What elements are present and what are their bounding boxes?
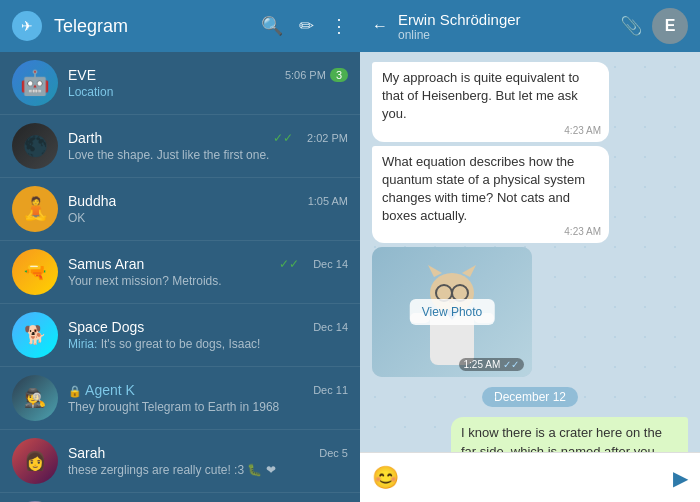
chat-time: Dec 5 [319, 447, 348, 459]
chat-name: Samus Aran [68, 256, 144, 272]
chat-time: 1:05 AM [308, 195, 348, 207]
chat-name: 🔒 Agent K [68, 382, 135, 398]
avatar: 🐕 [12, 312, 58, 358]
compose-icon[interactable]: ✏ [299, 15, 314, 37]
avatar: 🕵 [12, 375, 58, 421]
svg-marker-3 [462, 265, 476, 277]
chat-time: 2:02 PM [307, 132, 348, 144]
avatar: 🌑 [12, 123, 58, 169]
chat-item-spacedogs[interactable]: 🐕 Space Dogs Dec 14 Miria: It's so great… [0, 304, 360, 367]
input-area: 😊 ▶ [360, 452, 700, 502]
chat-preview: They brought Telegram to Earth in 1968 [68, 400, 348, 414]
left-panel: ✈ Telegram 🔍 ✏ ⋮ 🤖 EVE 5:06 PM 3 Locatio… [0, 0, 360, 502]
message-input[interactable] [409, 470, 663, 486]
message-text: What equation describes how the quantum … [382, 154, 585, 224]
back-button[interactable]: ← [372, 17, 388, 35]
avatar: 🤖 [12, 60, 58, 106]
message-bubble-m2: What equation describes how the quantum … [372, 146, 609, 244]
chat-name: Space Dogs [68, 319, 144, 335]
message-text: My approach is quite equivalent to that … [382, 70, 579, 121]
message-time: 4:23 AM [564, 124, 601, 138]
chat-time: 5:06 PM [285, 69, 326, 81]
avatar: 🧘 [12, 186, 58, 232]
chat-info: Space Dogs Dec 14 Miria: It's so great t… [68, 319, 348, 351]
chat-item-darth[interactable]: 🌑 Darth ✓✓ 2:02 PM Love the shape. Just … [0, 115, 360, 178]
chat-item-agentk[interactable]: 🕵 🔒 Agent K Dec 11 They brought Telegram… [0, 367, 360, 430]
app-title: Telegram [54, 16, 249, 37]
chat-item-phone[interactable]: 📞 22-271-6057 Oct 29 [0, 493, 360, 502]
chat-item-eve[interactable]: 🤖 EVE 5:06 PM 3 Location [0, 52, 360, 115]
photo-container: View Photo 1:25 AM ✓✓ [372, 247, 532, 377]
chat-preview: OK [68, 211, 348, 225]
chat-info: Samus Aran ✓✓ Dec 14 Your next mission? … [68, 256, 348, 288]
chat-time: Dec 14 [313, 321, 348, 333]
app-logo: ✈ [12, 11, 42, 41]
message-time: 4:23 AM [564, 225, 601, 239]
messages-area: My approach is quite equivalent to that … [360, 52, 700, 452]
avatar: 👩 [12, 438, 58, 484]
chat-list: 🤖 EVE 5:06 PM 3 Location 🌑 Darth ✓✓ 2:02… [0, 52, 360, 502]
chat-contact-status: online [398, 28, 610, 42]
chat-item-samus[interactable]: 🔫 Samus Aran ✓✓ Dec 14 Your next mission… [0, 241, 360, 304]
message-bubble-m4: I know there is a crater here on the far… [451, 417, 688, 452]
svg-marker-2 [428, 265, 442, 277]
chat-name: Sarah [68, 445, 105, 461]
chat-preview: Your next mission? Metroids. [68, 274, 348, 288]
chat-name: EVE [68, 67, 96, 83]
emoji-button[interactable]: 😊 [372, 465, 399, 491]
photo-message: View Photo 1:25 AM ✓✓ [372, 247, 532, 377]
chat-time: Dec 14 [313, 258, 348, 270]
send-button[interactable]: ▶ [673, 466, 688, 490]
unread-badge: 3 [330, 68, 348, 82]
attachment-icon[interactable]: 📎 [620, 15, 642, 37]
chat-preview: Location [68, 85, 348, 99]
chat-info: EVE 5:06 PM 3 Location [68, 67, 348, 99]
date-separator: December 12 [482, 387, 578, 407]
contact-avatar[interactable]: E [652, 8, 688, 44]
right-panel: ← Erwin Schrödinger online 📎 E My approa… [360, 0, 700, 502]
search-icon[interactable]: 🔍 [261, 15, 283, 37]
left-header: ✈ Telegram 🔍 ✏ ⋮ [0, 0, 360, 52]
chat-preview: Miria: It's so great to be dogs, Isaac! [68, 337, 348, 351]
menu-icon[interactable]: ⋮ [330, 15, 348, 37]
message-text: I know there is a crater here on the far… [461, 425, 662, 452]
chat-preview: Love the shape. Just like the first one. [68, 148, 348, 162]
chat-time: Dec 11 [313, 384, 348, 396]
chat-info: Darth ✓✓ 2:02 PM Love the shape. Just li… [68, 130, 348, 162]
message-bubble-m1: My approach is quite equivalent to that … [372, 62, 609, 142]
chat-header-info: Erwin Schrödinger online [398, 11, 610, 42]
chat-preview: these zerglings are really cute! :3 🐛 ❤ [68, 463, 348, 477]
chat-name: Buddha [68, 193, 116, 209]
chat-item-sarah[interactable]: 👩 Sarah Dec 5 these zerglings are really… [0, 430, 360, 493]
chat-info: 🔒 Agent K Dec 11 They brought Telegram t… [68, 382, 348, 414]
chat-contact-name: Erwin Schrödinger [398, 11, 610, 28]
chat-info: Buddha 1:05 AM OK [68, 193, 348, 225]
chat-name: Darth [68, 130, 102, 146]
photo-time: 1:25 AM ✓✓ [459, 358, 524, 371]
chat-item-buddha[interactable]: 🧘 Buddha 1:05 AM OK [0, 178, 360, 241]
chat-info: Sarah Dec 5 these zerglings are really c… [68, 445, 348, 477]
chat-header-actions: 📎 E [620, 8, 688, 44]
view-photo-button[interactable]: View Photo [410, 299, 495, 325]
header-icons: 🔍 ✏ ⋮ [261, 15, 348, 37]
avatar: 🔫 [12, 249, 58, 295]
chat-header: ← Erwin Schrödinger online 📎 E [360, 0, 700, 52]
